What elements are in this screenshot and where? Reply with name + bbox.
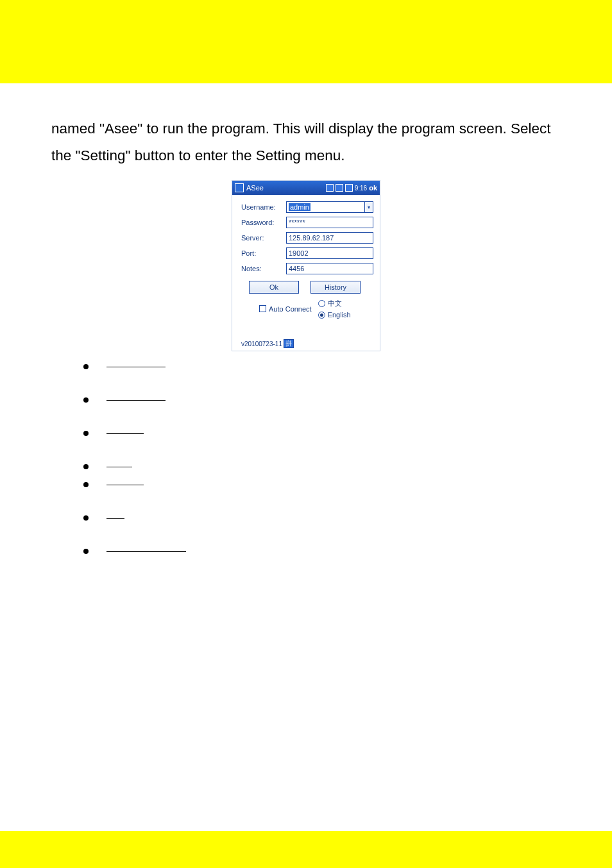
lead-paragraph: named "Asee" to run the program. This wi… xyxy=(51,115,561,169)
radio-icon xyxy=(318,312,325,319)
bullet-dot-icon xyxy=(83,431,89,436)
bullet-item xyxy=(83,431,561,436)
blank-underline xyxy=(106,433,144,434)
ok-button[interactable]: Ok xyxy=(249,281,299,294)
server-input[interactable]: 125.89.62.187 xyxy=(286,232,373,244)
port-value: 19002 xyxy=(289,249,309,257)
lang-zh-radio[interactable]: 中文 xyxy=(318,299,351,308)
server-value: 125.89.62.187 xyxy=(289,234,334,242)
bullet-dot-icon xyxy=(83,482,89,487)
bullet-dot-icon xyxy=(83,464,89,469)
lang-en-label: English xyxy=(328,311,351,319)
blank-underline xyxy=(106,400,166,401)
asee-status-icons: 9:16 ok xyxy=(326,184,377,192)
auto-connect-label: Auto Connect xyxy=(269,305,312,313)
blank-underline xyxy=(106,367,166,367)
bullet-item xyxy=(83,482,561,487)
password-value: ****** xyxy=(289,219,305,226)
version-row: v20100723-11 拼 xyxy=(241,339,380,348)
bullet-item xyxy=(83,397,561,403)
version-text: v20100723-11 xyxy=(241,340,282,347)
blank-underline xyxy=(106,551,186,552)
username-input[interactable]: admin ▾ xyxy=(286,201,373,213)
username-dropdown-arrow[interactable]: ▾ xyxy=(364,201,373,213)
blank-underline xyxy=(106,467,132,467)
username-label: Username: xyxy=(241,203,286,211)
bullet-list xyxy=(83,364,561,554)
bullet-item xyxy=(83,364,561,369)
bullet-dot-icon xyxy=(83,515,89,521)
checkbox-icon xyxy=(259,305,266,312)
bullet-item xyxy=(83,549,561,554)
asee-app-icon xyxy=(235,183,244,192)
port-input[interactable]: 19002 xyxy=(286,247,373,259)
ime-chip[interactable]: 拼 xyxy=(284,339,294,348)
bullet-item xyxy=(83,515,561,521)
notes-value: 4456 xyxy=(289,265,304,272)
titlebar-ok-button[interactable]: ok xyxy=(369,184,377,192)
asee-window: ASee 9:16 ok Username: admin ▾ xyxy=(232,180,380,351)
notes-label: Notes: xyxy=(241,265,286,272)
footer-yellow-bar xyxy=(0,831,612,868)
password-label: Password: xyxy=(241,219,286,226)
radio-icon xyxy=(318,300,325,307)
volume-icon xyxy=(345,184,353,192)
lang-en-radio[interactable]: English xyxy=(318,311,351,319)
password-input[interactable]: ****** xyxy=(286,217,373,228)
bullet-item xyxy=(83,464,561,469)
blank-underline xyxy=(106,485,144,485)
antenna-icon xyxy=(336,184,343,192)
asee-title-text: ASee xyxy=(246,184,323,192)
history-button[interactable]: History xyxy=(310,281,361,294)
app-screenshot-container: ASee 9:16 ok Username: admin ▾ xyxy=(51,180,561,351)
status-time: 9:16 xyxy=(355,185,367,192)
server-label: Server: xyxy=(241,234,286,242)
blank-underline xyxy=(106,518,124,519)
auto-connect-checkbox[interactable]: Auto Connect xyxy=(259,299,312,319)
bullet-dot-icon xyxy=(83,549,89,554)
username-value: admin xyxy=(289,203,310,211)
bullet-dot-icon xyxy=(83,397,89,403)
notes-input[interactable]: 4456 xyxy=(286,263,373,274)
asee-titlebar: ASee 9:16 ok xyxy=(232,181,380,195)
bullet-dot-icon xyxy=(83,364,89,369)
lang-zh-label: 中文 xyxy=(328,299,342,308)
signal-icon xyxy=(326,184,334,192)
header-yellow-bar xyxy=(0,0,612,83)
port-label: Port: xyxy=(241,249,286,257)
